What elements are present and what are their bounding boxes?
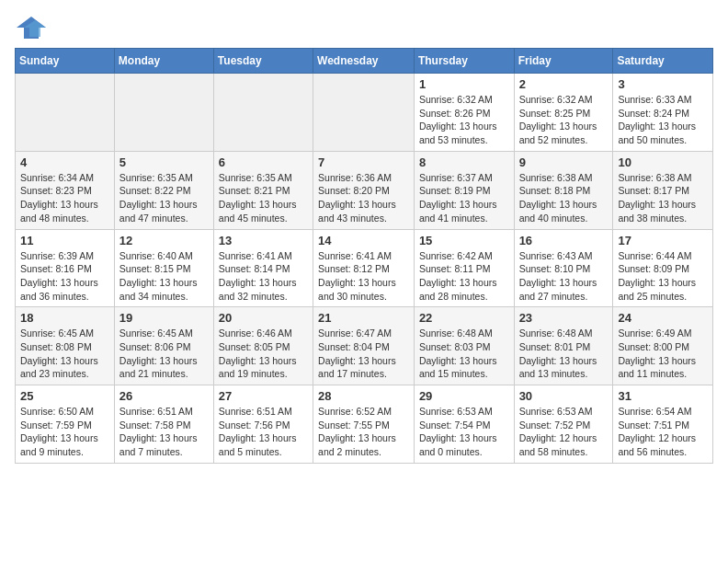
day-info: Sunrise: 6:40 AMSunset: 8:15 PMDaylight:… (119, 249, 209, 304)
calendar-cell: 23Sunrise: 6:48 AMSunset: 8:01 PMDayligh… (514, 307, 613, 385)
calendar-cell: 22Sunrise: 6:48 AMSunset: 8:03 PMDayligh… (414, 307, 514, 385)
day-number: 20 (219, 311, 308, 325)
day-info: Sunrise: 6:32 AMSunset: 8:26 PMDaylight:… (419, 93, 509, 147)
day-info: Sunrise: 6:42 AMSunset: 8:11 PMDaylight:… (419, 249, 509, 304)
day-info: Sunrise: 6:39 AMSunset: 8:16 PMDaylight:… (20, 249, 109, 304)
calendar-cell: 29Sunrise: 6:53 AMSunset: 7:54 PMDayligh… (414, 385, 514, 464)
day-number: 14 (318, 234, 409, 247)
day-number: 5 (119, 155, 209, 169)
calendar-cell: 6Sunrise: 6:35 AMSunset: 8:21 PMDaylight… (213, 151, 313, 229)
day-number: 2 (519, 77, 609, 91)
day-number: 1 (419, 77, 509, 91)
day-number: 23 (519, 311, 609, 325)
calendar-week-row: 4Sunrise: 6:34 AMSunset: 8:23 PMDaylight… (16, 151, 713, 229)
day-info: Sunrise: 6:52 AMSunset: 7:55 PMDaylight:… (318, 405, 409, 459)
day-number: 21 (318, 311, 409, 325)
day-number: 13 (219, 234, 308, 247)
calendar-cell: 5Sunrise: 6:35 AMSunset: 8:22 PMDaylight… (114, 151, 213, 229)
calendar-cell: 21Sunrise: 6:47 AMSunset: 8:04 PMDayligh… (313, 307, 415, 385)
day-number: 16 (519, 234, 609, 247)
column-header-thursday: Thursday (414, 49, 514, 74)
day-info: Sunrise: 6:51 AMSunset: 7:58 PMDaylight:… (119, 405, 209, 459)
day-number: 19 (119, 311, 209, 325)
calendar-cell: 7Sunrise: 6:36 AMSunset: 8:20 PMDaylight… (313, 151, 415, 229)
calendar-cell: 2Sunrise: 6:32 AMSunset: 8:25 PMDaylight… (514, 74, 613, 152)
calendar-cell: 8Sunrise: 6:37 AMSunset: 8:19 PMDaylight… (414, 151, 514, 229)
day-info: Sunrise: 6:49 AMSunset: 8:00 PMDaylight:… (618, 327, 708, 381)
day-info: Sunrise: 6:43 AMSunset: 8:10 PMDaylight:… (519, 249, 609, 304)
logo-icon (15, 15, 48, 40)
day-info: Sunrise: 6:45 AMSunset: 8:06 PMDaylight:… (119, 327, 209, 381)
day-info: Sunrise: 6:32 AMSunset: 8:25 PMDaylight:… (519, 93, 609, 147)
day-info: Sunrise: 6:44 AMSunset: 8:09 PMDaylight:… (618, 249, 708, 304)
day-info: Sunrise: 6:35 AMSunset: 8:21 PMDaylight:… (219, 171, 308, 225)
day-info: Sunrise: 6:48 AMSunset: 8:01 PMDaylight:… (519, 327, 609, 381)
day-number: 9 (519, 155, 609, 169)
day-number: 7 (318, 155, 409, 169)
calendar-cell (16, 74, 115, 152)
day-number: 25 (20, 389, 109, 403)
column-header-wednesday: Wednesday (313, 49, 415, 74)
calendar-cell: 12Sunrise: 6:40 AMSunset: 8:15 PMDayligh… (114, 229, 213, 307)
calendar-week-row: 25Sunrise: 6:50 AMSunset: 7:59 PMDayligh… (16, 385, 713, 464)
day-info: Sunrise: 6:35 AMSunset: 8:22 PMDaylight:… (119, 171, 209, 225)
calendar-week-row: 18Sunrise: 6:45 AMSunset: 8:08 PMDayligh… (16, 307, 713, 385)
calendar-cell: 11Sunrise: 6:39 AMSunset: 8:16 PMDayligh… (16, 229, 115, 307)
calendar-cell: 30Sunrise: 6:53 AMSunset: 7:52 PMDayligh… (514, 385, 613, 464)
calendar-cell (313, 74, 415, 152)
day-number: 8 (419, 155, 509, 169)
day-number: 10 (618, 155, 708, 169)
day-number: 22 (419, 311, 509, 325)
calendar-cell: 15Sunrise: 6:42 AMSunset: 8:11 PMDayligh… (414, 229, 514, 307)
column-header-monday: Monday (114, 49, 213, 74)
column-header-tuesday: Tuesday (213, 49, 313, 74)
day-info: Sunrise: 6:53 AMSunset: 7:54 PMDaylight:… (419, 405, 509, 459)
day-info: Sunrise: 6:54 AMSunset: 7:51 PMDaylight:… (618, 405, 708, 459)
calendar-cell: 9Sunrise: 6:38 AMSunset: 8:18 PMDaylight… (514, 151, 613, 229)
calendar-cell: 26Sunrise: 6:51 AMSunset: 7:58 PMDayligh… (114, 385, 213, 464)
day-number: 17 (618, 234, 708, 247)
day-info: Sunrise: 6:36 AMSunset: 8:20 PMDaylight:… (318, 171, 409, 225)
header (15, 15, 713, 40)
calendar-cell: 1Sunrise: 6:32 AMSunset: 8:26 PMDaylight… (414, 74, 514, 152)
calendar-cell: 16Sunrise: 6:43 AMSunset: 8:10 PMDayligh… (514, 229, 613, 307)
day-info: Sunrise: 6:38 AMSunset: 8:18 PMDaylight:… (519, 171, 609, 225)
logo (15, 15, 51, 40)
day-info: Sunrise: 6:51 AMSunset: 7:56 PMDaylight:… (219, 405, 308, 459)
calendar-cell (213, 74, 313, 152)
calendar-cell: 31Sunrise: 6:54 AMSunset: 7:51 PMDayligh… (613, 385, 713, 464)
day-number: 12 (119, 234, 209, 247)
calendar-header-row: SundayMondayTuesdayWednesdayThursdayFrid… (16, 49, 713, 74)
day-number: 3 (618, 77, 708, 91)
calendar-cell: 14Sunrise: 6:41 AMSunset: 8:12 PMDayligh… (313, 229, 415, 307)
day-info: Sunrise: 6:48 AMSunset: 8:03 PMDaylight:… (419, 327, 509, 381)
calendar-cell: 24Sunrise: 6:49 AMSunset: 8:00 PMDayligh… (613, 307, 713, 385)
calendar-cell: 3Sunrise: 6:33 AMSunset: 8:24 PMDaylight… (613, 74, 713, 152)
calendar-cell: 18Sunrise: 6:45 AMSunset: 8:08 PMDayligh… (16, 307, 115, 385)
calendar-cell: 28Sunrise: 6:52 AMSunset: 7:55 PMDayligh… (313, 385, 415, 464)
calendar-cell: 20Sunrise: 6:46 AMSunset: 8:05 PMDayligh… (213, 307, 313, 385)
calendar-week-row: 11Sunrise: 6:39 AMSunset: 8:16 PMDayligh… (16, 229, 713, 307)
day-info: Sunrise: 6:34 AMSunset: 8:23 PMDaylight:… (20, 171, 109, 225)
day-info: Sunrise: 6:41 AMSunset: 8:12 PMDaylight:… (318, 249, 409, 304)
day-info: Sunrise: 6:41 AMSunset: 8:14 PMDaylight:… (219, 249, 308, 304)
calendar-cell: 19Sunrise: 6:45 AMSunset: 8:06 PMDayligh… (114, 307, 213, 385)
day-info: Sunrise: 6:46 AMSunset: 8:05 PMDaylight:… (219, 327, 308, 381)
day-number: 11 (20, 234, 109, 247)
day-number: 31 (618, 389, 708, 403)
calendar-cell: 17Sunrise: 6:44 AMSunset: 8:09 PMDayligh… (613, 229, 713, 307)
day-number: 26 (119, 389, 209, 403)
calendar: SundayMondayTuesdayWednesdayThursdayFrid… (15, 48, 713, 464)
calendar-cell: 10Sunrise: 6:38 AMSunset: 8:17 PMDayligh… (613, 151, 713, 229)
day-info: Sunrise: 6:33 AMSunset: 8:24 PMDaylight:… (618, 93, 708, 147)
calendar-cell: 27Sunrise: 6:51 AMSunset: 7:56 PMDayligh… (213, 385, 313, 464)
day-info: Sunrise: 6:47 AMSunset: 8:04 PMDaylight:… (318, 327, 409, 381)
calendar-cell: 25Sunrise: 6:50 AMSunset: 7:59 PMDayligh… (16, 385, 115, 464)
day-number: 18 (20, 311, 109, 325)
column-header-friday: Friday (514, 49, 613, 74)
day-number: 24 (618, 311, 708, 325)
day-number: 27 (219, 389, 308, 403)
calendar-week-row: 1Sunrise: 6:32 AMSunset: 8:26 PMDaylight… (16, 74, 713, 152)
day-info: Sunrise: 6:53 AMSunset: 7:52 PMDaylight:… (519, 405, 609, 459)
column-header-sunday: Sunday (16, 49, 115, 74)
